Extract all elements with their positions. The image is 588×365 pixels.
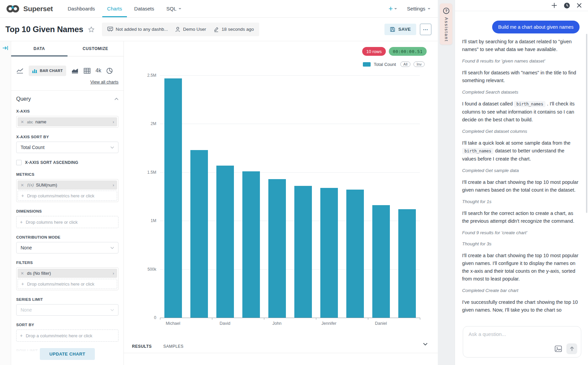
settings-menu[interactable]: Settings — [407, 6, 430, 11]
x-axis-tick-label: John — [272, 321, 282, 326]
query-section-header[interactable]: Query — [16, 96, 118, 102]
badge-row: 10 rows 00:00:00.51 — [362, 47, 427, 56]
metric-chip-value: SUM(num) — [36, 182, 57, 188]
superset-logo[interactable]: Superset — [5, 0, 53, 17]
tab-results[interactable]: RESULTS — [132, 344, 152, 349]
legend-inv-button[interactable]: Inv — [413, 62, 425, 67]
bar — [346, 190, 364, 318]
remove-icon[interactable]: ✕ — [21, 120, 24, 124]
x-axis-tick-label: David — [220, 321, 231, 326]
metrics-drop-zone[interactable]: + Drop columns/metrics here or click — [18, 191, 117, 201]
gridline — [160, 124, 420, 124]
x-axis-tick — [212, 318, 212, 320]
page-title: Top 10 Given Names — [5, 25, 83, 34]
tab-data[interactable]: DATA — [11, 41, 68, 56]
gridline — [160, 75, 420, 76]
divider — [11, 90, 124, 91]
x-axis-line — [160, 318, 420, 318]
x-axis-sort-select[interactable]: Total Count — [16, 142, 118, 153]
metric-type-label: ƒ(x) — [27, 182, 33, 188]
bar — [320, 188, 338, 318]
plus-icon: + — [21, 193, 24, 198]
collapse-panel-icon[interactable] — [2, 45, 8, 51]
code-chip: birth_names — [462, 148, 493, 154]
bar — [164, 78, 182, 318]
attach-image-icon[interactable] — [555, 345, 562, 352]
top-nav: Superset Dashboards Charts Datasets SQL … — [0, 0, 438, 18]
plus-icon: + — [20, 333, 23, 338]
x-axis-chip[interactable]: ✕ abc name › — [18, 117, 117, 126]
view-all-charts-link[interactable]: View all charts — [90, 79, 118, 84]
tab-samples[interactable]: SAMPLES — [163, 344, 184, 349]
nav-item-sql[interactable]: SQL — [162, 0, 186, 17]
series-limit-select[interactable]: None — [16, 304, 118, 316]
x-axis-tick-label: Daniel — [375, 321, 387, 326]
nav-item-datasets[interactable]: Datasets — [130, 0, 159, 17]
y-axis-tick-label: 500k — [148, 267, 156, 272]
filter-chip[interactable]: ✕ ds (No filter) › — [18, 269, 117, 278]
table-icon[interactable] — [84, 68, 90, 74]
tab-customize[interactable]: CUSTOMIZE — [68, 41, 124, 56]
assistant-tab-label: Assistant — [444, 17, 449, 42]
area-chart-icon[interactable] — [71, 68, 79, 74]
x-axis-control: ✕ abc name › — [16, 116, 118, 128]
bar — [398, 209, 416, 318]
legend-all-button[interactable]: All — [400, 62, 410, 67]
remove-icon[interactable]: ✕ — [21, 271, 24, 276]
nav-item-dashboards[interactable]: Dashboards — [63, 0, 100, 17]
legend-swatch — [363, 62, 371, 67]
chevron-right-icon[interactable]: › — [113, 119, 114, 124]
close-icon[interactable] — [577, 3, 582, 8]
x-axis-tick-label: Michael — [166, 321, 180, 326]
header-actions: SAVE ... — [384, 24, 431, 35]
sort-by-drop-zone[interactable]: + Drop a column/metric here or click — [16, 330, 118, 342]
new-item-menu[interactable]: + — [389, 5, 397, 13]
filters-drop-zone[interactable]: + Drop columns/metrics here or click — [18, 279, 117, 289]
dashboard-icon — [107, 27, 113, 32]
more-options-button[interactable]: ... — [420, 24, 431, 35]
contribution-mode-select[interactable]: None — [16, 242, 118, 253]
caret-down-icon — [179, 8, 181, 9]
assistant-tab[interactable]: ? Assistant — [440, 3, 452, 45]
scrollbar-thumb[interactable] — [586, 34, 587, 213]
bar — [216, 166, 234, 318]
chat-status-message: Completed Get sample data — [462, 167, 580, 174]
chart-build-panel: DATA CUSTOMIZE — [11, 41, 124, 365]
assistant-panel: Build me a chart about given namesI'll s… — [455, 0, 588, 365]
x-axis-label: X-AXIS — [16, 109, 118, 113]
plot-area: 2.5M2M1.5M1M500k0MichaelDavidJohnJennife… — [160, 75, 420, 318]
send-button[interactable] — [566, 343, 577, 354]
sort-ascending-checkbox[interactable] — [16, 160, 22, 165]
update-chart-button[interactable]: UPDATE CHART — [40, 348, 95, 360]
query-title: Query — [16, 96, 31, 102]
collapse-results-chevron-icon[interactable] — [423, 343, 428, 346]
line-chart-icon[interactable] — [16, 68, 24, 74]
dimensions-drop-zone[interactable]: + Drop columns here or click — [16, 216, 118, 228]
remove-icon[interactable]: ✕ — [21, 183, 24, 188]
chevron-right-icon[interactable]: › — [113, 182, 114, 188]
new-chat-icon[interactable] — [551, 2, 557, 8]
big-number-icon[interactable]: 4k — [96, 68, 101, 74]
nav-items: Dashboards Charts Datasets SQL — [63, 0, 186, 17]
contribution-mode-label: CONTRIBUTION MODE — [16, 235, 118, 239]
filters-control: ✕ ds (No filter) › + Drop columns/metric… — [16, 267, 118, 290]
favorite-star-icon[interactable] — [88, 26, 95, 32]
pie-chart-icon[interactable] — [106, 68, 113, 74]
metrics-control: ✕ ƒ(x) SUM(num) › + Drop columns/metrics… — [16, 179, 118, 202]
plus-icon: + — [21, 281, 24, 287]
chevron-down-icon — [110, 247, 114, 249]
nav-item-charts[interactable]: Charts — [102, 0, 127, 17]
superset-infinity-icon — [5, 4, 20, 13]
panel-footer: UPDATE CHART — [11, 343, 124, 365]
save-button[interactable]: SAVE — [384, 24, 416, 35]
viz-type-bar-chart[interactable]: BAR CHART — [29, 66, 66, 76]
chart-owner: Demo User — [175, 27, 206, 32]
chat-assistant-message: I'll search for the correct action to cr… — [462, 210, 580, 225]
brand-name: Superset — [23, 5, 53, 13]
chevron-right-icon[interactable]: › — [113, 271, 114, 276]
metric-chip[interactable]: ✕ ƒ(x) SUM(num) › — [18, 180, 117, 190]
chat-scroll-area: Build me a chart about given namesI'll s… — [455, 11, 588, 326]
history-clock-icon[interactable] — [564, 2, 570, 9]
sort-ascending-row[interactable]: X-AXIS SORT ASCENDING — [16, 160, 118, 165]
main-app: Superset Dashboards Charts Datasets SQL … — [0, 0, 438, 365]
